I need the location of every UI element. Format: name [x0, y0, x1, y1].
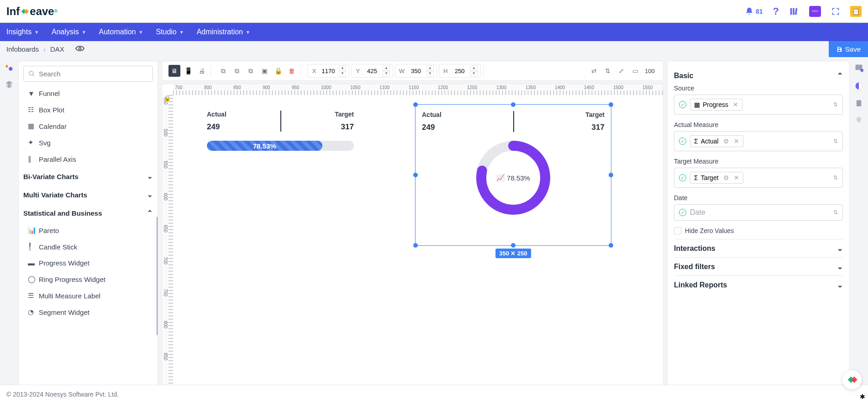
hide-zero-checkbox[interactable]: Hide Zero Values [674, 227, 843, 234]
zoom-mode-button[interactable]: ▭ [629, 65, 641, 77]
chart-segment[interactable]: ◔Segment Widget [23, 304, 153, 320]
width-input[interactable]: W ▲▼ [395, 64, 437, 78]
nav-automation[interactable]: Automation▼ [99, 28, 143, 36]
w-up[interactable]: ▲ [426, 65, 434, 71]
chart-parallel[interactable]: ∥Parallel Axis [23, 151, 153, 167]
nav-analysis[interactable]: Analysis▼ [52, 28, 86, 36]
theme-tab[interactable] [854, 81, 863, 93]
actual-measure-chip[interactable]: Σ Actual ⚙ ✕ [690, 135, 743, 147]
height-input[interactable]: H ▲▼ [439, 64, 481, 78]
close-icon[interactable]: ✕ [733, 101, 738, 108]
y-down[interactable]: ▼ [383, 71, 390, 76]
linked-reports-section-header[interactable]: Linked Reports ⌄ [674, 281, 843, 289]
chart-ring-progress[interactable]: ◯Ring Progress Widget [23, 271, 153, 287]
canvas-area[interactable]: 7508008509009501000105011001150120012501… [162, 84, 663, 402]
actual-measure-field[interactable]: ✓ Σ Actual ⚙ ✕ ⇅ [674, 131, 843, 151]
category-bivariate[interactable]: Bi-Variate Charts⌄ [23, 167, 153, 186]
fixed-filters-section-header[interactable]: Fixed filters ⌄ [674, 262, 843, 271]
scrollbar-vertical[interactable] [157, 217, 158, 335]
resize-handle-bl[interactable] [413, 243, 418, 248]
data-tab[interactable] [855, 99, 863, 110]
canvas-lock-icon[interactable]: 🔒 [164, 95, 171, 101]
y-position-input[interactable]: Y ▲▼ [351, 64, 393, 78]
expand-icon[interactable]: ⇅ [833, 209, 838, 216]
widgets-tab[interactable] [5, 64, 14, 75]
flip-vertical-button[interactable]: ⇅ [602, 65, 614, 77]
w-value[interactable] [407, 68, 425, 74]
chart-funnel[interactable]: ▼Funnel [23, 85, 153, 101]
ring-progress-widget[interactable]: 350 ✕ 250 Actual 249 Target 317 [415, 104, 611, 246]
fit-button[interactable]: ⤢ [615, 65, 627, 77]
basic-section-header[interactable]: Basic ⌃ [674, 71, 843, 80]
category-multivariate[interactable]: Multi Variate Charts⌄ [23, 186, 153, 204]
expand-icon[interactable]: ⇅ [833, 138, 838, 144]
resize-handle-tm[interactable] [511, 102, 516, 107]
h-up[interactable]: ▲ [470, 65, 478, 71]
resize-handle-bm[interactable] [511, 243, 516, 248]
print-button[interactable]: 🖨 [196, 65, 208, 77]
search-input[interactable] [39, 70, 148, 78]
chart-boxplot[interactable]: ☷Box Plot [23, 101, 153, 118]
checkbox-icon[interactable] [674, 227, 681, 234]
x-position-input[interactable]: X ▲▼ [307, 64, 349, 78]
x-value[interactable] [320, 68, 337, 74]
ai-tab[interactable] [855, 116, 863, 127]
resize-handle-tr[interactable] [609, 102, 613, 107]
notifications-button[interactable]: 81 [745, 7, 763, 16]
nav-insights[interactable]: Insights▼ [6, 28, 39, 36]
w-down[interactable]: ▼ [426, 71, 434, 76]
nav-studio[interactable]: Studio▼ [156, 28, 184, 36]
x-up[interactable]: ▲ [339, 65, 346, 71]
resize-handle-ml[interactable] [413, 173, 418, 177]
layers-tab[interactable] [5, 80, 13, 91]
notes-button[interactable]: 📋 [850, 6, 862, 17]
fullscreen-button[interactable] [831, 7, 840, 16]
chart-multimeasure[interactable]: ☰Multi Measure Label [23, 287, 153, 304]
desktop-view-button[interactable]: 🖥 [168, 65, 180, 77]
resize-handle-mr[interactable] [609, 173, 613, 177]
close-icon[interactable]: ✕ [734, 174, 739, 181]
flip-horizontal-button[interactable]: ⇄ [588, 65, 600, 77]
resize-handle-tl[interactable] [413, 102, 418, 107]
copy-button[interactable]: ⧉ [217, 65, 229, 77]
canvas-content[interactable]: Actual 249 Target 317 78.53% [173, 95, 663, 402]
source-field[interactable]: ✓ ▦ Progress ✕ ⇅ [674, 95, 843, 115]
delete-button[interactable]: 🗑 [286, 65, 298, 77]
chart-candlestick[interactable]: ╿Candle Stick [23, 239, 153, 255]
preview-button[interactable] [75, 45, 84, 53]
chart-calendar[interactable]: ▦Calendar [23, 118, 153, 134]
nav-administration[interactable]: Administration▼ [197, 28, 250, 36]
chart-pareto[interactable]: 📊Pareto [23, 222, 153, 239]
h-down[interactable]: ▼ [470, 71, 478, 76]
target-measure-field[interactable]: ✓ Σ Target ⚙ ✕ ⇅ [674, 168, 843, 188]
h-value[interactable] [451, 68, 468, 74]
chart-svg[interactable]: ✦Svg [23, 134, 153, 151]
search-box[interactable] [23, 66, 153, 82]
close-icon[interactable]: ✕ [734, 138, 739, 145]
interactions-section-header[interactable]: Interactions ⌄ [674, 244, 843, 253]
y-value[interactable] [363, 68, 381, 74]
target-measure-chip[interactable]: Σ Target ⚙ ✕ [690, 172, 743, 184]
source-chip[interactable]: ▦ Progress ✕ [690, 99, 742, 111]
gear-icon[interactable]: ⚙ [723, 138, 729, 145]
gear-icon[interactable]: ⚙ [723, 174, 729, 181]
properties-tab[interactable] [854, 64, 863, 75]
help-button[interactable]: ? [773, 5, 779, 17]
logo[interactable]: Inf eave ® [6, 5, 58, 18]
mobile-view-button[interactable]: 📱 [182, 65, 194, 77]
breadcrumb-root[interactable]: Infoboards [6, 45, 39, 53]
progress-widget[interactable]: Actual 249 Target 317 78.53% [200, 104, 360, 168]
resize-handle-br[interactable] [609, 243, 613, 248]
save-button[interactable]: Save [829, 41, 868, 57]
paste-button[interactable]: ⧉ [231, 65, 243, 77]
category-statistical[interactable]: Statistical and Business⌃ [23, 204, 153, 222]
expand-icon[interactable]: ⇅ [833, 175, 838, 181]
duplicate-button[interactable]: ⧉ [245, 65, 257, 77]
expand-icon[interactable]: ⇅ [833, 101, 838, 108]
group-button[interactable]: ▣ [258, 65, 270, 77]
x-down[interactable]: ▼ [339, 71, 346, 76]
library-button[interactable] [789, 6, 799, 16]
bug-icon[interactable]: ✱ [860, 393, 865, 400]
lock-button[interactable]: 🔒 [272, 65, 284, 77]
corner-logo-button[interactable] [842, 370, 862, 389]
